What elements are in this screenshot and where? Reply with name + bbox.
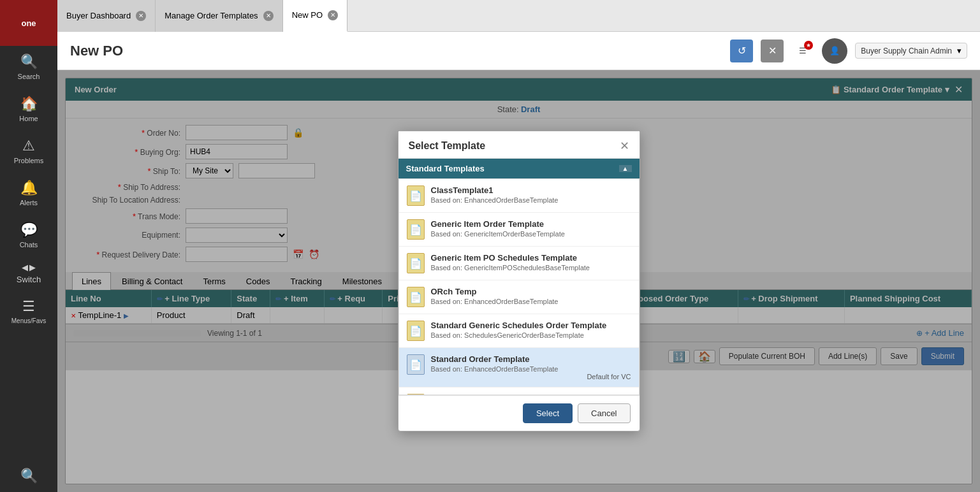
template-section-header: Standard Templates ▲ — [399, 159, 640, 178]
template-item-generic-po-schedules[interactable]: 📄 Generic Item PO Schedules Template Bas… — [399, 247, 639, 280]
template-info: Standard Generic Schedules Order Templat… — [431, 321, 631, 339]
tab-new-po[interactable]: New PO ✕ — [283, 0, 347, 32]
tab-close-manage-templates[interactable]: ✕ — [263, 11, 274, 21]
main-area: Buyer Dashboard ✕ Manage Order Templates… — [57, 0, 980, 492]
sidebar-item-label: Home — [19, 115, 38, 122]
modal-cancel-button[interactable]: Cancel — [578, 403, 630, 423]
tab-buyer-dashboard[interactable]: Buyer Dashboard ✕ — [57, 0, 156, 32]
template-default-label: Default for VC — [431, 373, 631, 380]
modal-title: Select Template — [409, 140, 486, 152]
menu-icon: ☰ — [22, 298, 35, 315]
sidebar-item-home[interactable]: 🏠 Home — [0, 88, 57, 130]
template-info: ORch Temp Based on: EnhancedOrderBaseTem… — [431, 287, 631, 305]
sidebar: one 🔍 Search 🏠 Home ⚠ Problems 🔔 Alerts … — [0, 0, 57, 492]
template-base: Based on: EnhancedOrderBaseTemplate — [431, 365, 631, 373]
content-area: New Order 📋 Standard Order Template ▾ ✕ … — [57, 70, 980, 492]
bell-icon: 🔔 — [20, 180, 38, 196]
template-base: Based on: SchedulesGenericOrderBaseTempl… — [431, 331, 631, 339]
template-name: Standard Order Template — [431, 354, 631, 365]
sidebar-item-label: Problems — [14, 157, 43, 164]
tab-label: Manage Order Templates — [165, 11, 258, 20]
template-file-icon: 📄 — [407, 219, 425, 240]
sidebar-bottom-btn[interactable]: 🔍 — [0, 460, 57, 492]
template-base: Based on: GenericItemOrderBaseTemplate — [431, 230, 631, 238]
template-file-icon: 📄 — [407, 253, 425, 273]
home-icon: 🏠 — [20, 96, 38, 112]
template-item-standard-po-schedules[interactable]: 📄 Standard PO Schedules Template Based o… — [399, 387, 639, 395]
page-title: New PO — [70, 43, 722, 59]
modal-footer: Select Cancel — [399, 395, 640, 431]
avatar-icon: 👤 — [830, 46, 840, 55]
template-base: Based on: EnhancedOrderBaseTemplate — [431, 196, 631, 204]
page-header: New PO ↺ ✕ ☰ ★ 👤 Buyer Supply Chain Admi… — [57, 32, 980, 70]
chat-icon: 💬 — [20, 222, 38, 238]
search-icon: 🔍 — [20, 54, 38, 70]
avatar: 👤 — [822, 38, 847, 64]
template-name: Generic Item PO Schedules Template — [431, 253, 631, 264]
section-label: Standard Templates — [406, 164, 485, 173]
sidebar-item-chats[interactable]: 💬 Chats — [0, 214, 57, 256]
scroll-up-button[interactable]: ▲ — [619, 165, 632, 172]
template-item-orch-temp[interactable]: 📄 ORch Temp Based on: EnhancedOrderBaseT… — [399, 280, 639, 314]
user-name: Buyer Supply Chain Admin — [861, 47, 952, 55]
modal-body: Standard Templates ▲ 📄 ClassTemplate1 Ba… — [399, 159, 640, 395]
chevron-down-icon: ▾ — [957, 46, 962, 55]
bottom-search-icon: 🔍 — [20, 468, 38, 484]
tab-label: Buyer Dashboard — [66, 11, 131, 20]
template-name: ClassTemplate1 — [431, 185, 631, 196]
template-item-standard-generic-schedules[interactable]: 📄 Standard Generic Schedules Order Templ… — [399, 314, 639, 348]
template-file-icon: 📄 — [407, 287, 425, 307]
template-file-icon: 📄 — [407, 185, 425, 206]
modal-overlay: Select Template ✕ Standard Templates ▲ 📄 — [57, 70, 980, 492]
switch-icon: ◀▶ — [22, 263, 36, 272]
close-button[interactable]: ✕ — [761, 40, 784, 62]
app-logo: one — [0, 0, 57, 46]
template-name: Generic Item Order Template — [431, 219, 631, 230]
sidebar-item-label: Menus/Favs — [11, 317, 46, 324]
sidebar-item-menus[interactable]: ☰ Menus/Favs — [0, 291, 57, 332]
sidebar-item-label: Alerts — [20, 199, 38, 206]
template-base: Based on: EnhancedOrderBaseTemplate — [431, 298, 631, 305]
tab-manage-order-templates[interactable]: Manage Order Templates ✕ — [156, 0, 282, 32]
sidebar-item-label: Switch — [17, 275, 41, 284]
notification-badge: ★ — [804, 41, 813, 50]
template-item-classtemplate1[interactable]: 📄 ClassTemplate1 Based on: EnhancedOrder… — [399, 179, 639, 213]
template-name: Standard Generic Schedules Order Templat… — [431, 321, 631, 331]
refresh-button[interactable]: ↺ — [730, 40, 753, 62]
tab-label: New PO — [292, 10, 323, 20]
select-template-modal: Select Template ✕ Standard Templates ▲ 📄 — [398, 131, 640, 431]
user-menu[interactable]: Buyer Supply Chain Admin ▾ — [855, 43, 967, 59]
sidebar-item-problems[interactable]: ⚠ Problems — [0, 130, 57, 172]
template-item-standard-order[interactable]: 📄 Standard Order Template Based on: Enha… — [399, 348, 639, 387]
sidebar-item-label: Search — [18, 73, 40, 80]
template-item-generic-item-order[interactable]: 📄 Generic Item Order Template Based on: … — [399, 213, 639, 247]
sidebar-item-alerts[interactable]: 🔔 Alerts — [0, 172, 57, 214]
modal-select-button[interactable]: Select — [523, 403, 573, 423]
sidebar-item-label: Chats — [20, 241, 38, 249]
tab-close-new-po[interactable]: ✕ — [328, 10, 338, 20]
template-file-icon: 📄 — [407, 321, 425, 341]
template-info: Standard Order Template Based on: Enhanc… — [431, 354, 631, 380]
warning-icon: ⚠ — [22, 138, 35, 154]
sidebar-item-switch[interactable]: ◀▶ Switch — [0, 256, 57, 291]
template-base: Based on: GenericItemPOSchedulesBaseTemp… — [431, 264, 631, 271]
tab-bar: Buyer Dashboard ✕ Manage Order Templates… — [57, 0, 980, 32]
template-info: Generic Item PO Schedules Template Based… — [431, 253, 631, 271]
notifications-button[interactable]: ☰ ★ — [791, 40, 814, 62]
template-info: Generic Item Order Template Based on: Ge… — [431, 219, 631, 238]
tab-close-buyer-dashboard[interactable]: ✕ — [136, 11, 146, 21]
template-info: ClassTemplate1 Based on: EnhancedOrderBa… — [431, 185, 631, 204]
modal-close-button[interactable]: ✕ — [620, 140, 629, 152]
modal-header: Select Template ✕ — [399, 131, 640, 159]
template-name: ORch Temp — [431, 287, 631, 298]
sidebar-item-search[interactable]: 🔍 Search — [0, 46, 57, 88]
template-file-icon: 📄 — [407, 354, 425, 375]
template-list: 📄 ClassTemplate1 Based on: EnhancedOrder… — [399, 178, 640, 395]
